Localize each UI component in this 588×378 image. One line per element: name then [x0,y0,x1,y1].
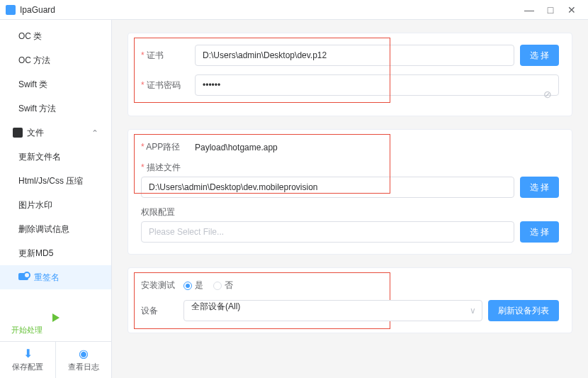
refresh-devices-button[interactable]: 刷新设备列表 [488,300,559,321]
titlebar: IpaGuard — □ ✕ [0,0,588,20]
content: 证书 选 择 证书密码 ⊘ APP路径 Payload\hotgame.app … [112,20,588,378]
sidebar-item-oc-method[interactable]: OC 方法 [0,48,111,72]
sidebar-item-swift-class[interactable]: Swift 类 [0,72,111,96]
cert-select-button[interactable]: 选 择 [520,45,559,66]
device-select[interactable]: 全部设备(All) [183,300,482,321]
window-maximize[interactable]: □ [540,4,561,16]
app-path-value: Payload\hotgame.app [195,143,278,152]
window-minimize[interactable]: — [519,4,540,16]
chevron-up-icon: ⌄ [91,128,98,138]
sidebar-item-update-md5[interactable]: 更新MD5 [0,241,111,265]
profile-input[interactable] [141,177,514,198]
device-label: 设备 [141,305,183,317]
sidebar-group-files[interactable]: 文件 ⌄ [0,121,111,145]
play-icon [52,313,60,322]
perm-input[interactable] [141,221,514,243]
card-install: 安装测试 是 否 设备 全部设备(All) 刷新设备列表 [128,267,572,333]
cert-label: 证书 [141,50,195,62]
cert-pwd-label: 证书密码 [141,79,195,91]
eye-off-icon[interactable]: ⊘ [543,89,552,100]
install-label: 安装测试 [141,279,183,291]
sidebar-item-rename[interactable]: 更新文件名 [0,145,111,169]
sidebar: OC 类 OC 方法 Swift 类 Swift 方法 文件 ⌄ 更新文件名 H… [0,20,112,378]
sidebar-item-compress[interactable]: Html/Js/Css 压缩 [0,169,111,193]
app-path-label: APP路径 [141,141,195,153]
profile-label: 描述文件 [141,162,195,174]
app-icon [6,5,16,15]
perm-label: 权限配置 [141,206,175,218]
start-button[interactable]: 开始处理 [0,308,111,341]
card-certificate: 证书 选 择 证书密码 ⊘ [128,33,572,116]
install-radio-no[interactable]: 否 [213,279,233,291]
sidebar-item-remove-debug[interactable]: 删除调试信息 [0,217,111,241]
sidebar-item-watermark[interactable]: 图片水印 [0,193,111,217]
app-title: IpaGuard [20,5,55,15]
folder-icon [13,128,23,138]
save-config-button[interactable]: ⬇ 保存配置 [0,342,55,378]
window-close[interactable]: ✕ [561,4,582,16]
perm-select-button[interactable]: 选 择 [520,221,559,243]
cert-input[interactable] [195,45,514,66]
sidebar-item-swift-method[interactable]: Swift 方法 [0,96,111,121]
install-radio-yes[interactable]: 是 [183,279,203,291]
eye-icon: ◉ [56,348,111,360]
view-log-button[interactable]: ◉ 查看日志 [55,342,111,378]
card-app: APP路径 Payload\hotgame.app 描述文件 选 择 权限配置 … [128,129,572,255]
cert-pwd-input[interactable] [195,74,559,96]
download-icon: ⬇ [0,348,55,360]
sidebar-item-resign[interactable]: 重签名 [0,265,111,289]
profile-select-button[interactable]: 选 择 [520,177,559,198]
sidebar-item-oc-class[interactable]: OC 类 [0,24,111,48]
resign-icon [18,272,30,282]
